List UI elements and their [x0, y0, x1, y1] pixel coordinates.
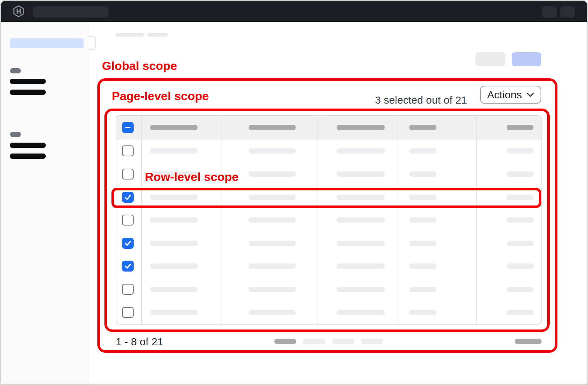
table-row[interactable] — [116, 232, 541, 255]
table-cell — [141, 301, 222, 324]
table-cell — [397, 255, 476, 278]
header-cell[interactable] — [141, 116, 222, 139]
pagination-page-button[interactable] — [332, 339, 354, 344]
row-checkbox[interactable] — [122, 261, 134, 272]
cell-placeholder — [507, 241, 533, 246]
annotation-page-scope-label: Page-level scope — [112, 89, 209, 103]
table-cell — [222, 163, 318, 186]
table-cell — [397, 278, 476, 301]
header-cell[interactable] — [318, 116, 397, 139]
row-checkbox[interactable] — [122, 145, 134, 156]
select-all-checkbox[interactable] — [122, 122, 134, 133]
cell-placeholder — [337, 241, 385, 246]
primary-button[interactable] — [512, 52, 541, 66]
sidebar-item[interactable] — [10, 90, 46, 95]
table-cell — [318, 209, 397, 232]
cell-placeholder — [249, 195, 296, 200]
cell-placeholder — [249, 148, 296, 154]
header-cell[interactable] — [397, 116, 476, 139]
cell-placeholder — [507, 148, 533, 154]
table-body — [116, 139, 541, 324]
table-cell — [222, 185, 318, 209]
sidebar-item-active[interactable] — [10, 38, 84, 48]
breadcrumb-segment[interactable] — [115, 33, 144, 37]
cell-placeholder — [409, 263, 436, 269]
table-cell — [141, 209, 222, 232]
row-checkbox[interactable] — [122, 307, 134, 318]
search-input[interactable] — [33, 6, 108, 18]
indeterminate-minus-icon — [125, 127, 130, 128]
annotation-global-scope-label: Global scope — [102, 59, 177, 73]
table-row[interactable] — [116, 185, 541, 209]
sidebar-item[interactable] — [10, 79, 46, 84]
row-checkbox[interactable] — [122, 238, 134, 249]
column-header-placeholder — [409, 125, 436, 130]
table-row[interactable] — [116, 255, 541, 278]
cell-placeholder — [249, 263, 296, 269]
table-cell — [476, 139, 541, 163]
checkmark-icon — [124, 263, 131, 269]
cell-placeholder — [409, 195, 436, 200]
topbar-button-2[interactable] — [560, 6, 575, 18]
topbar-button-1[interactable] — [542, 6, 557, 18]
secondary-button[interactable] — [475, 52, 505, 66]
selection-summary: 3 selected out of 21 — [375, 94, 467, 106]
pagination-prev-button[interactable] — [274, 339, 296, 344]
cell-placeholder — [337, 310, 385, 315]
row-checkbox[interactable] — [122, 192, 134, 203]
sidebar — [1, 22, 89, 385]
cell-placeholder — [507, 263, 533, 269]
cell-placeholder — [409, 310, 436, 315]
actions-dropdown-button[interactable]: Actions — [480, 86, 541, 104]
cell-placeholder — [409, 241, 436, 246]
cell-placeholder — [337, 171, 385, 177]
table-cell — [222, 301, 318, 324]
table-cell — [141, 139, 222, 163]
table-cell — [141, 163, 222, 186]
row-checkbox[interactable] — [122, 169, 134, 180]
pagination-next-button[interactable] — [515, 339, 542, 344]
cell-placeholder — [337, 148, 385, 154]
table-cell — [397, 163, 476, 186]
breadcrumb-segment[interactable] — [147, 33, 168, 37]
row-checkbox[interactable] — [122, 215, 134, 226]
table-row[interactable] — [116, 301, 541, 324]
cell-placeholder — [249, 310, 296, 315]
table-cell — [141, 185, 222, 209]
cell-placeholder — [150, 217, 198, 223]
cell-placeholder — [337, 195, 385, 200]
table-header-row — [116, 116, 541, 139]
cell-placeholder — [249, 217, 296, 223]
row-checkbox-cell — [116, 139, 141, 163]
header-cell[interactable] — [222, 116, 318, 139]
select-all-cell — [116, 116, 141, 139]
table-row[interactable] — [116, 209, 541, 232]
sidebar-toggle-handle[interactable] — [89, 36, 96, 50]
data-table — [116, 115, 542, 325]
hashicorp-logo-icon — [13, 5, 25, 17]
cell-placeholder — [249, 287, 296, 292]
header-cell[interactable] — [476, 116, 541, 139]
row-checkbox-cell — [116, 232, 141, 255]
pagination-page-button[interactable] — [303, 339, 325, 344]
table-row[interactable] — [116, 139, 541, 163]
pagination-range-label: 1 - 8 of 21 — [116, 336, 163, 348]
row-checkbox-cell — [116, 163, 141, 186]
table-cell — [476, 185, 541, 209]
sidebar-item[interactable] — [10, 143, 46, 148]
table-cell — [318, 278, 397, 301]
sidebar-item[interactable] — [10, 154, 46, 159]
row-checkbox[interactable] — [122, 284, 134, 295]
chevron-down-icon — [526, 92, 534, 97]
cell-placeholder — [409, 171, 436, 177]
checkmark-icon — [124, 241, 131, 246]
table-cell — [476, 209, 541, 232]
table-cell — [476, 255, 541, 278]
cell-placeholder — [507, 217, 533, 223]
table-row[interactable] — [116, 278, 541, 301]
table-cell — [397, 139, 476, 163]
row-checkbox-cell — [116, 255, 141, 278]
actions-button-label: Actions — [487, 89, 522, 101]
pagination-page-button[interactable] — [361, 339, 383, 344]
table-row[interactable] — [116, 163, 541, 186]
